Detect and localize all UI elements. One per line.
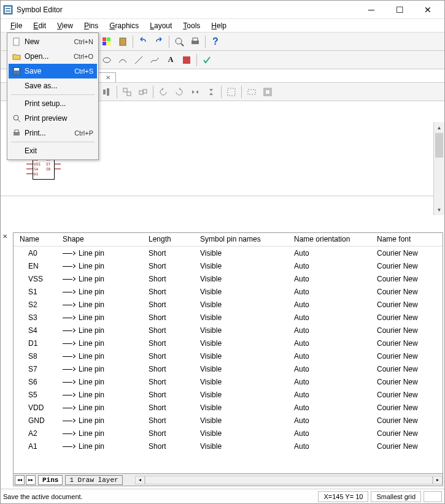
menu-printpreview[interactable]: Print preview (9, 111, 97, 126)
cell-length: Short (142, 286, 194, 297)
scroll-down-icon[interactable]: ▼ (434, 204, 444, 215)
titlebar: Symbol Editor ─ ☐ ✕ (1, 1, 444, 19)
document-tab[interactable]: ✕ (98, 72, 116, 82)
text-icon[interactable]: A (163, 53, 178, 67)
flip-v-icon[interactable] (204, 85, 219, 99)
menu-help[interactable]: Help (206, 20, 231, 31)
table-row[interactable]: VDDLine pinShortVisibleAutoCourier New (14, 401, 443, 414)
table-row[interactable]: S5Line pinShortVisibleAutoCourier New (14, 388, 443, 401)
table-row[interactable]: A1Line pinShortVisibleAutoCourier New (14, 440, 443, 452)
header-length[interactable]: Length (142, 233, 194, 246)
line-icon[interactable] (131, 53, 146, 67)
bounds3-icon[interactable] (260, 85, 275, 99)
arc-icon[interactable] (115, 53, 130, 67)
hscroll-left-icon[interactable]: ◂ (135, 476, 145, 484)
tool-paste-icon[interactable] (115, 34, 130, 49)
header-name[interactable]: Name (14, 233, 56, 246)
header-symnames[interactable]: Symbol pin names (194, 233, 288, 246)
table-row[interactable]: VSSLine pinShortVisibleAutoCourier New (14, 272, 443, 285)
tab-close-icon[interactable]: ✕ (106, 74, 110, 81)
fill-icon[interactable] (179, 53, 194, 67)
header-shape[interactable]: Shape (56, 233, 142, 246)
pane-close-icon[interactable]: ✕ (1, 232, 9, 240)
help-icon[interactable]: ? (208, 34, 223, 49)
table-row[interactable]: A2Line pinShortVisibleAutoCourier New (14, 427, 443, 440)
cell-orient: Auto (288, 261, 371, 272)
sheet-tab-drawlayer[interactable]: 1 Draw layer (65, 475, 122, 485)
linepin-icon (63, 250, 75, 256)
ellipse-icon[interactable] (99, 53, 114, 67)
cell-sym: Visible (194, 286, 288, 297)
cell-length: Short (142, 325, 194, 336)
ungroup-icon[interactable] (136, 85, 150, 99)
minimize-button[interactable]: ─ (357, 1, 385, 19)
menu-print[interactable]: Print... Ctrl+P (9, 126, 97, 140)
zoom-icon[interactable] (172, 34, 187, 49)
cell-length: Short (142, 338, 194, 349)
canvas-scrollbar[interactable]: ▲ ▼ (433, 122, 444, 215)
table-row[interactable]: S8Line pinShortVisibleAutoCourier New (14, 349, 443, 362)
cell-sym: Visible (194, 376, 288, 388)
cell-shape: Line pin (56, 312, 142, 323)
cell-name: D1 (14, 338, 56, 349)
table-row[interactable]: ENLine pinShortVisibleAutoCourier New (14, 259, 443, 272)
svg-rect-28 (143, 90, 147, 93)
cell-shape: Line pin (56, 286, 142, 297)
menu-save[interactable]: Save Ctrl+S (9, 64, 97, 78)
linepin-icon (63, 276, 75, 282)
menu-exit[interactable]: Exit (9, 143, 97, 158)
menu-graphics[interactable]: Graphics (104, 20, 144, 31)
flip-h-icon[interactable] (188, 85, 203, 99)
header-orient[interactable]: Name orientation (288, 233, 371, 246)
check-icon[interactable] (199, 53, 214, 67)
cell-name: S4 (14, 325, 56, 336)
table-row[interactable]: D1Line pinShortVisibleAutoCourier New (14, 337, 443, 349)
menu-file[interactable]: File (6, 20, 27, 31)
group-icon[interactable] (120, 85, 134, 99)
bounds1-icon[interactable] (224, 85, 239, 99)
table-row[interactable]: S4Line pinShortVisibleAutoCourier New (14, 324, 443, 337)
menu-layout[interactable]: Layout (145, 20, 177, 31)
rotate-right-icon[interactable] (172, 85, 187, 99)
scroll-thumb[interactable] (435, 133, 443, 158)
cell-orient: Auto (288, 286, 371, 297)
table-row[interactable]: A0Line pinShortVisibleAutoCourier New (14, 246, 443, 259)
scroll-up-icon[interactable]: ▲ (434, 122, 444, 133)
curve-icon[interactable] (147, 53, 162, 67)
sheet-tab-pins[interactable]: Pins (38, 475, 63, 485)
svg-rect-3 (6, 10, 10, 12)
bounds2-icon[interactable] (244, 85, 259, 99)
undo-icon[interactable] (136, 34, 150, 49)
maximize-button[interactable]: ☐ (385, 1, 414, 19)
header-font[interactable]: Name font (371, 233, 443, 246)
table-row[interactable]: S6Line pinShortVisibleAutoCourier New (14, 375, 443, 388)
tool-color-icon[interactable] (99, 34, 114, 49)
menu-view[interactable]: View (52, 20, 78, 31)
cell-length: Short (142, 351, 194, 362)
table-row[interactable]: S7Line pinShortVisibleAutoCourier New (14, 362, 443, 375)
print-icon[interactable] (188, 34, 203, 49)
cell-name: S1 (14, 286, 56, 297)
table-row[interactable]: S3Line pinShortVisibleAutoCourier New (14, 311, 443, 324)
cell-shape: Line pin (56, 376, 142, 388)
menu-open[interactable]: Open... Ctrl+O (9, 49, 97, 64)
align-icon[interactable] (99, 85, 114, 99)
close-button[interactable]: ✕ (414, 1, 442, 19)
table-row[interactable]: S2Line pinShortVisibleAutoCourier New (14, 298, 443, 311)
menu-new[interactable]: New Ctrl+N (9, 34, 97, 49)
menu-printsetup[interactable]: Print setup... (9, 96, 97, 111)
table-row[interactable]: GNDLine pinShortVisibleAutoCourier New (14, 414, 443, 427)
menu-edit[interactable]: Edit (28, 20, 51, 31)
sheet-first-icon[interactable]: ◂◂ (15, 475, 25, 485)
menu-tools[interactable]: Tools (178, 20, 205, 31)
table-row[interactable]: S1Line pinShortVisibleAutoCourier New (14, 285, 443, 298)
menu-saveas[interactable]: Save as... (9, 78, 97, 93)
rotate-left-icon[interactable] (156, 85, 171, 99)
svg-rect-19 (193, 38, 198, 41)
menu-pins[interactable]: Pins (79, 20, 103, 31)
sheet-last-icon[interactable]: ▸▸ (26, 475, 36, 485)
hscroll-track[interactable] (145, 476, 433, 484)
status-grid: Smallest grid (371, 491, 421, 502)
hscroll-right-icon[interactable]: ▸ (433, 476, 443, 484)
redo-icon[interactable] (152, 34, 166, 49)
